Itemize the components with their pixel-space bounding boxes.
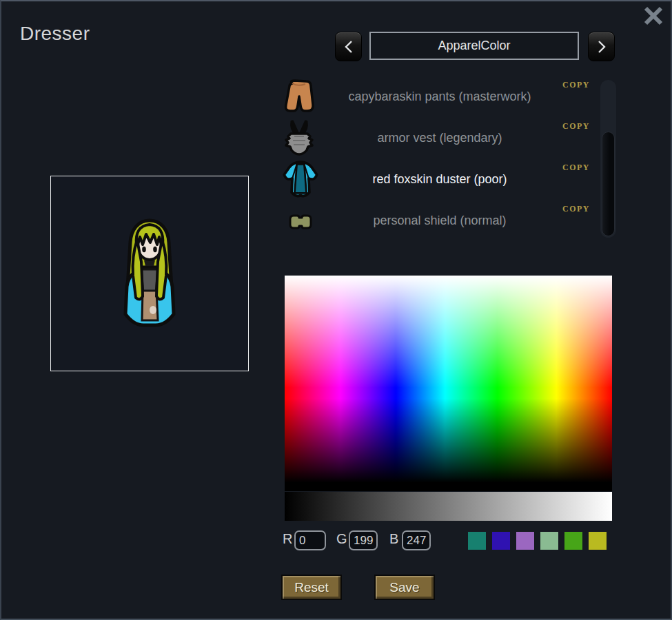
list-item-label: armor vest (legendary) <box>318 118 561 157</box>
b-input[interactable] <box>402 530 431 550</box>
personal-shield-icon <box>285 211 316 233</box>
color-swatch-3[interactable] <box>516 532 534 550</box>
color-swatch-6[interactable] <box>589 532 607 550</box>
chevron-right-icon <box>597 40 607 54</box>
armor-vest-icon <box>281 118 318 157</box>
list-item-armor-vest[interactable]: armor vest (legendary) COPY <box>281 118 591 160</box>
close-icon <box>642 4 665 28</box>
pawn-portrait <box>112 216 187 340</box>
list-item-label: capybaraskin pants (masterwork) <box>318 77 561 116</box>
next-tab-button[interactable] <box>588 32 615 61</box>
r-label: R <box>283 531 292 547</box>
b-label: B <box>389 531 398 547</box>
list-item-pants[interactable]: capybaraskin pants (masterwork) COPY <box>281 77 591 118</box>
copy-button-duster[interactable]: COPY <box>562 163 590 173</box>
chevron-left-icon <box>344 40 354 54</box>
color-swatch-4[interactable] <box>540 532 558 550</box>
page-title: Dresser <box>20 23 90 45</box>
color-swatch-5[interactable] <box>564 532 582 550</box>
copy-button-pants[interactable]: COPY <box>562 80 590 90</box>
list-item-duster[interactable]: red foxskin duster (poor) COPY <box>281 160 591 201</box>
list-item-personal-shield[interactable]: personal shield (normal) COPY <box>281 201 591 236</box>
reset-button[interactable]: Reset <box>281 575 342 600</box>
color-swatch-2[interactable] <box>492 532 510 550</box>
close-button[interactable] <box>642 4 665 28</box>
color-swatch-1[interactable] <box>468 532 486 550</box>
copy-button-personal-shield[interactable]: COPY <box>562 204 590 214</box>
current-tab-box: ApparelColor <box>369 32 579 60</box>
g-input[interactable] <box>349 530 378 550</box>
grayscale-picker[interactable] <box>285 492 612 521</box>
r-input[interactable] <box>294 530 326 550</box>
dresser-dialog: Dresser ApparelColor capybaraskin pants … <box>0 0 672 620</box>
list-item-label: personal shield (normal) <box>318 201 561 240</box>
list-item-label: red foxskin duster (poor) <box>318 160 561 198</box>
copy-button-armor-vest[interactable]: COPY <box>562 121 590 132</box>
prev-tab-button[interactable] <box>335 32 362 61</box>
list-scrollbar-thumb[interactable] <box>602 132 615 236</box>
pawn-preview-box <box>50 176 249 371</box>
pants-icon <box>281 77 318 116</box>
g-label: G <box>336 531 347 547</box>
list-scrollbar-track[interactable] <box>600 80 616 238</box>
duster-icon <box>281 160 320 200</box>
save-button[interactable]: Save <box>374 575 435 600</box>
hue-saturation-picker[interactable] <box>285 276 612 491</box>
